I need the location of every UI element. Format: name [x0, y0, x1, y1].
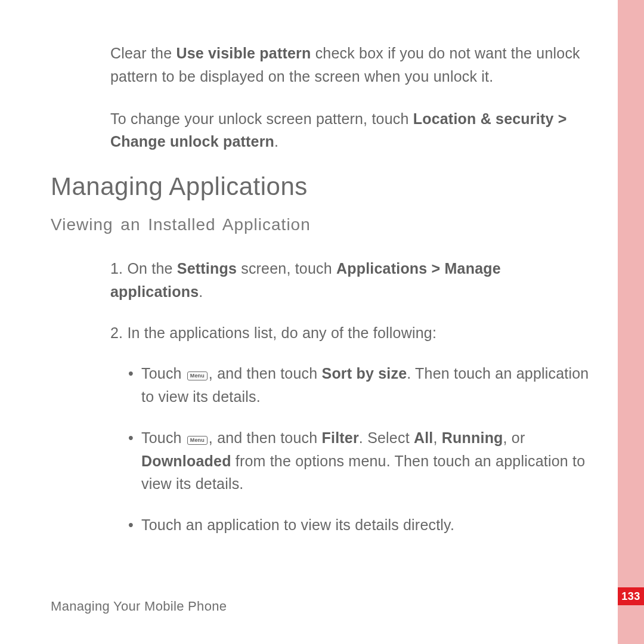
- text: Touch: [141, 429, 186, 446]
- text: Clear the: [110, 45, 176, 61]
- step-number: 2.: [110, 324, 127, 341]
- menu-key-icon: Menu: [187, 371, 208, 380]
- text: , or: [503, 429, 525, 446]
- text: On the: [127, 260, 177, 277]
- bold-text: Filter: [322, 429, 359, 446]
- bold-text: Location & security: [413, 110, 554, 127]
- footer-chapter-title: Managing Your Mobile Phone: [51, 599, 227, 614]
- step-2: 2. In the applications list, do any of t…: [110, 321, 593, 345]
- bullet-3: Touch an application to view its details…: [128, 513, 593, 537]
- text: Touch: [141, 365, 186, 382]
- bullet-list: Touch Menu, and then touch Sort by size.…: [128, 362, 593, 537]
- text: Touch an application to view its details…: [141, 516, 454, 533]
- bold-text: Sort by size: [322, 365, 407, 382]
- menu-key-icon: Menu: [187, 436, 208, 445]
- text: .: [274, 133, 278, 150]
- subsection-heading: Viewing an Installed Application: [51, 215, 593, 234]
- bold-text: Change unlock pattern: [110, 133, 274, 150]
- step-number: 1.: [110, 260, 127, 277]
- text: ,: [434, 429, 442, 446]
- bold-text: Downloaded: [141, 453, 231, 469]
- text: To change your unlock screen pattern, to…: [110, 110, 413, 127]
- page-number: 133: [621, 590, 640, 603]
- side-accent-bar: [618, 0, 644, 644]
- intro-paragraph-1: Clear the Use visible pattern check box …: [110, 42, 593, 88]
- bold-text: Applications: [336, 260, 427, 277]
- intro-paragraph-2: To change your unlock screen pattern, to…: [110, 107, 593, 154]
- page-number-badge: 133: [618, 587, 644, 605]
- bold-text: >: [427, 260, 444, 277]
- bold-text: >: [554, 110, 567, 127]
- section-heading: Managing Applications: [51, 172, 593, 201]
- text: screen, touch: [237, 260, 336, 277]
- bold-text: Use visible pattern: [176, 45, 311, 61]
- step-1: 1. On the Settings screen, touch Applica…: [110, 257, 593, 304]
- bold-text: Running: [442, 429, 503, 446]
- text: . Select: [359, 429, 414, 446]
- bullet-2: Touch Menu, and then touch Filter. Selec…: [128, 426, 593, 496]
- text: , and then touch: [209, 429, 322, 446]
- bold-text: Settings: [177, 260, 237, 277]
- page-content: Clear the Use visible pattern check box …: [51, 42, 593, 555]
- text: In the applications list, do any of the …: [127, 324, 436, 341]
- bold-text: All: [414, 429, 434, 446]
- bullet-1: Touch Menu, and then touch Sort by size.…: [128, 362, 593, 408]
- text: .: [199, 283, 203, 300]
- text: , and then touch: [209, 365, 322, 382]
